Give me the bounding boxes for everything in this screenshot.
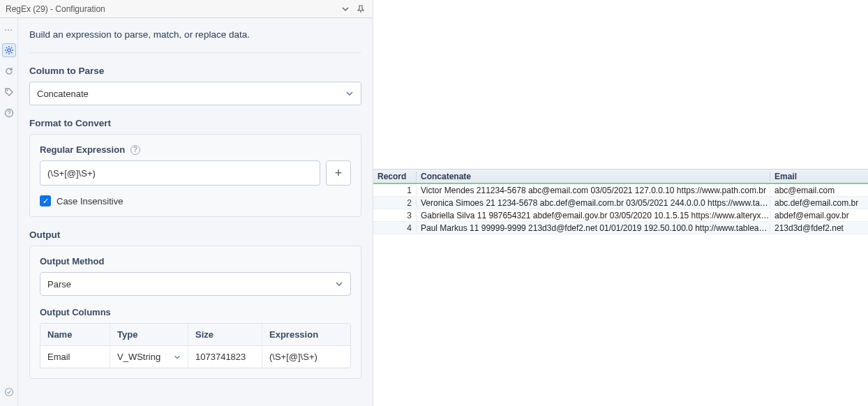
gear-icon[interactable] xyxy=(2,43,16,57)
cell-record: 4 xyxy=(373,223,417,233)
column-to-parse-select[interactable]: Concatenate xyxy=(29,82,361,105)
case-insensitive-checkbox[interactable]: ✓ xyxy=(40,195,51,206)
chevron-down-icon xyxy=(335,280,343,288)
config-content: Build an expression to parse, match, or … xyxy=(18,18,373,406)
tag-icon[interactable] xyxy=(2,85,16,99)
svg-point-1 xyxy=(6,90,8,91)
th-name: Name xyxy=(40,324,110,345)
regex-label: Regular Expression xyxy=(40,144,125,155)
pin-icon[interactable] xyxy=(354,3,367,15)
chevron-down-icon xyxy=(345,89,354,98)
cell-email: abc.def@email.com.br xyxy=(770,198,868,208)
panel-header: RegEx (29) - Configuration xyxy=(0,0,373,18)
td-size[interactable]: 1073741823 xyxy=(188,346,262,368)
table-row[interactable]: 2 Veronica Simoes 21 1234-5678 abc.def@e… xyxy=(373,197,868,209)
regex-label-row: Regular Expression ? xyxy=(40,144,351,155)
chevron-down-icon xyxy=(174,354,181,361)
cell-concatenate: Gabriella Silva 11 987654321 abdef@email… xyxy=(417,211,770,220)
table-row[interactable]: 3 Gabriella Silva 11 987654321 abdef@ema… xyxy=(373,209,868,222)
cell-email: 213d3d@fdef2.net xyxy=(770,223,868,233)
th-type: Type xyxy=(110,324,188,345)
help-icon[interactable] xyxy=(2,106,16,120)
table-row[interactable]: 1 Victor Mendes 211234-5678 abc@email.co… xyxy=(373,184,868,197)
header-concatenate[interactable]: Concatenate xyxy=(417,172,770,181)
refresh-icon[interactable] xyxy=(2,64,16,78)
status-check-icon xyxy=(2,385,16,399)
td-expression: (\S+[@]\S+) xyxy=(262,346,350,368)
output-panel: Output Method Parse Output Columns Name … xyxy=(29,246,361,379)
config-sidebar: ⋯ xyxy=(0,18,18,406)
regex-input-row: + xyxy=(40,160,351,186)
cell-email: abc@email.com xyxy=(770,186,868,195)
help-icon[interactable]: ? xyxy=(130,145,140,155)
header-email[interactable]: Email xyxy=(770,172,868,181)
results-grid: Record Concatenate Email 1 Victor Mendes… xyxy=(373,169,868,234)
td-type-value: V_WString xyxy=(117,352,160,362)
th-expression: Expression xyxy=(262,324,350,345)
td-type[interactable]: V_WString xyxy=(110,346,188,368)
configuration-panel: RegEx (29) - Configuration ⋯ xyxy=(0,0,373,406)
cell-record: 1 xyxy=(373,186,417,195)
case-insensitive-row[interactable]: ✓ Case Insensitive xyxy=(40,195,351,206)
more-icon[interactable]: ⋯ xyxy=(4,25,13,35)
output-label: Output xyxy=(29,230,361,240)
output-columns-table: Name Type Size Expression Email V_WStrin… xyxy=(40,323,351,368)
table-row[interactable]: 4 Paul Markus 11 99999-9999 213d3d@fdef2… xyxy=(373,222,868,234)
results-panel: Record Concatenate Email 1 Victor Mendes… xyxy=(373,0,868,406)
cell-concatenate: Victor Mendes 211234-5678 abc@email.com … xyxy=(417,186,770,195)
cell-record: 2 xyxy=(373,198,417,208)
panel-body: ⋯ Build an expression to parse, match, o… xyxy=(0,18,373,406)
cell-concatenate: Veronica Simoes 21 1234-5678 abc.def@ema… xyxy=(417,198,770,208)
output-columns-label-row: Output Columns xyxy=(40,307,351,317)
regex-add-button[interactable]: + xyxy=(326,160,351,186)
output-columns-label: Output Columns xyxy=(40,307,111,317)
results-header: Record Concatenate Email xyxy=(373,169,868,184)
format-panel: Regular Expression ? + ✓ Case Insensitiv… xyxy=(29,134,361,217)
output-columns-row[interactable]: Email V_WString 1073741823 (\S+[@]\S+) xyxy=(40,346,350,368)
regex-input[interactable] xyxy=(40,160,320,186)
output-method-label-row: Output Method xyxy=(40,256,351,266)
svg-point-0 xyxy=(7,49,10,52)
case-insensitive-label: Case Insensitive xyxy=(57,196,123,206)
column-to-parse-value: Concatenate xyxy=(37,89,89,99)
panel-title: RegEx (29) - Configuration xyxy=(6,4,336,14)
td-name[interactable]: Email xyxy=(40,346,110,368)
cell-record: 3 xyxy=(373,211,417,220)
cell-email: abdef@email.gov.br xyxy=(770,211,868,220)
th-size: Size xyxy=(188,324,262,345)
collapse-icon[interactable] xyxy=(339,3,352,15)
cell-concatenate: Paul Markus 11 99999-9999 213d3d@fdef2.n… xyxy=(417,223,770,233)
output-method-label: Output Method xyxy=(40,256,104,266)
output-method-value: Parse xyxy=(47,279,71,290)
description-text: Build an expression to parse, match, or … xyxy=(29,25,361,53)
column-to-parse-label: Column to Parse xyxy=(29,66,361,76)
header-record[interactable]: Record xyxy=(373,172,417,181)
output-columns-header: Name Type Size Expression xyxy=(40,324,350,346)
format-to-convert-label: Format to Convert xyxy=(29,118,361,128)
output-method-select[interactable]: Parse xyxy=(40,272,351,296)
